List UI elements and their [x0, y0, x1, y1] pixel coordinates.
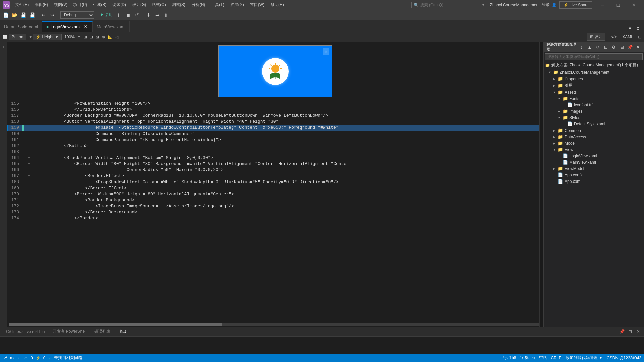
run-button[interactable]: ▶ 启动 — [98, 11, 114, 19]
xaml-view-button[interactable]: XAML — [620, 34, 636, 40]
editor-property-selector[interactable]: ⚡ Height ▼ — [33, 34, 62, 40]
tree-item-Assets[interactable]: ▼ 📁 Assets — [544, 89, 644, 95]
menu-view[interactable]: 视图(V) — [51, 1, 70, 9]
menu-window[interactable]: 窗口(W) — [247, 1, 267, 9]
collapse-all-button[interactable]: ▲ — [586, 44, 593, 50]
solution-search-input[interactable] — [545, 53, 643, 60]
refresh-button[interactable]: ↺ — [594, 44, 601, 50]
pin-button[interactable]: 📌 — [627, 44, 633, 50]
code-line-161[interactable]: 161 CommandParameter="{Binding ElementNa… — [7, 137, 543, 143]
code-line-155[interactable]: 155 <RowDefinition Height="100"/> — [7, 101, 543, 107]
column-view-icon[interactable]: ⊟ — [90, 35, 93, 39]
code-line-157[interactable]: 157 <Border Background="■#007DFA" Corner… — [7, 113, 543, 119]
tree-item-DefaultStyle-xaml[interactable]: 📄 DefaultStyle.xaml — [544, 121, 644, 127]
properties-button[interactable]: ⚙ — [610, 44, 617, 50]
tree-item-LoginView-xaml[interactable]: 📄 LoginView.xaml — [544, 153, 644, 159]
tree-item-DataAccess[interactable]: ▶ 📁 DataAccess — [544, 134, 644, 140]
editor-element-selector[interactable]: Button — [9, 34, 26, 40]
horizontal-scrollbar[interactable] — [7, 323, 543, 327]
menu-debug[interactable]: 调试(D) — [110, 1, 129, 9]
error-list-tab[interactable]: 错误列表 — [91, 328, 114, 335]
code-line-172[interactable]: 172 <ImageBrush ImageSource="../Assets/I… — [7, 203, 543, 209]
line-fold-164[interactable]: − — [26, 155, 31, 161]
tab-mainview[interactable]: MainView.xaml — [93, 21, 130, 32]
live-share-button[interactable]: ⚡ Live Share — [559, 1, 592, 9]
output-float-button[interactable]: ⊡ — [627, 328, 633, 335]
search-input[interactable] — [420, 3, 480, 7]
maximize-button[interactable]: □ — [610, 0, 626, 10]
stop-button[interactable]: ⏹ — [124, 11, 132, 19]
tab-close-loginview[interactable]: ✕ — [83, 24, 88, 30]
tab-loginview[interactable]: ■ LoginView.xaml ✕ — [42, 21, 93, 32]
sync-button[interactable]: ↕ — [578, 44, 585, 50]
save-button[interactable]: 💾 — [19, 11, 27, 19]
tree-item-Images[interactable]: ▶ 📁 Images — [544, 108, 644, 114]
tree-item-Fonts[interactable]: ▼ 📁 Fonts — [544, 95, 644, 102]
powershell-tab[interactable]: 开发者 PowerShell — [49, 328, 90, 335]
design-view-button[interactable]: ⊞ 设计 — [587, 33, 605, 41]
tree-item-Properties[interactable]: ▶ 📁 Properties — [544, 75, 644, 82]
layout-expand-icon[interactable]: ◁ — [115, 35, 118, 39]
tree-item-iconfont-ttf[interactable]: 📄 iconfont.ttf — [544, 102, 644, 108]
menu-file[interactable]: 文件(F) — [13, 1, 31, 9]
tree-item-View[interactable]: ▼ 📁 View — [544, 146, 644, 153]
line-fold-170[interactable]: − — [26, 191, 31, 197]
minimize-button[interactable]: ─ — [595, 0, 610, 10]
close-button[interactable]: ✕ — [626, 0, 641, 10]
code-line-167[interactable]: 167− <Border.Effect> — [7, 173, 543, 179]
grid-view-icon[interactable]: ⊞ — [84, 35, 87, 39]
line-fold-165[interactable]: − — [26, 161, 31, 167]
code-line-159[interactable]: 159 Template="{StaticResource WindowCont… — [7, 125, 543, 131]
tree-item-App-xaml[interactable]: 📄 App.xaml — [544, 178, 644, 185]
menu-tools[interactable]: 工具(T) — [208, 1, 227, 9]
snap-icon[interactable]: ⊕ — [102, 35, 105, 39]
line-fold-167[interactable]: − — [26, 173, 31, 179]
step-over-button[interactable]: ➡ — [154, 11, 161, 19]
menu-analyze[interactable]: 分析(N) — [189, 1, 208, 9]
code-line-173[interactable]: 173 </Border.Background> — [7, 209, 543, 215]
restart-button[interactable]: ↺ — [133, 11, 141, 19]
tree-item-App-config[interactable]: 📄 App.config — [544, 172, 644, 178]
tree-item-Styles[interactable]: ▼ 📁 Styles — [544, 114, 644, 121]
panel-close-button[interactable]: ✕ — [635, 44, 641, 50]
line-fold-158[interactable]: − — [26, 119, 31, 125]
redo-button[interactable]: ↪ — [49, 11, 56, 19]
tree-item-Model[interactable]: ▶ 📁 Model — [544, 140, 644, 146]
code-line-171[interactable]: 171− <Border.Background> — [7, 197, 543, 203]
output-tab[interactable]: 输出 — [115, 328, 130, 335]
code-line-164[interactable]: 164− <StackPanel VerticalAlignment="Bott… — [7, 155, 543, 161]
code-line-174[interactable]: 174 </Border> — [7, 215, 543, 221]
menu-test[interactable]: 测试(S) — [169, 1, 188, 9]
preview-pane-button[interactable]: ⊞ — [619, 44, 625, 50]
output-pin-button[interactable]: 📌 — [619, 328, 625, 335]
add-source-label[interactable]: 添加到源代码管理 ▼ — [566, 355, 603, 361]
code-line-163[interactable]: 163 — [7, 149, 543, 155]
save-all-button[interactable]: 💾 — [28, 11, 36, 19]
expand-editor-icon[interactable]: ⊡ — [638, 35, 641, 39]
h-scroll-thumb[interactable] — [9, 323, 222, 326]
code-container[interactable]: 155 <RowDefinition Height="100"/>156 </G… — [7, 101, 543, 323]
code-line-158[interactable]: 158− <Button VerticalAlignment="Top" Hor… — [7, 119, 543, 125]
code-line-166[interactable]: 166 CornerRadius="50" Margin="0,0,0,20"> — [7, 167, 543, 173]
menu-extensions[interactable]: 扩展(X) — [228, 1, 247, 9]
code-line-170[interactable]: 170− <Border Width="90" Height="80" Hori… — [7, 191, 543, 197]
menu-project[interactable]: 项目(P) — [71, 1, 90, 9]
menu-build[interactable]: 生成(B) — [90, 1, 109, 9]
tab-list-button[interactable]: ▼ — [627, 25, 633, 32]
tree-item-ViewModel[interactable]: ▶ 📁 ViewModel — [544, 165, 644, 172]
new-file-button[interactable]: 📄 — [2, 11, 9, 19]
tab-defaultstyle[interactable]: DefaultStyle.xaml — [0, 21, 42, 32]
line-fold-171[interactable]: − — [26, 197, 31, 203]
tree-item-Common[interactable]: ▶ 📁 Common — [544, 127, 644, 134]
open-file-button[interactable]: 📂 — [11, 11, 18, 19]
tree-item-Zhaoxi-CourseManagement[interactable]: ▼ 📁 Zhaoxi.CourseManagement — [544, 69, 644, 75]
code-line-162[interactable]: 162 </Button> — [7, 143, 543, 149]
code-line-160[interactable]: 160 Command="{Binding CloseWindowCommand… — [7, 131, 543, 137]
tree-item-MainView-xaml[interactable]: 📄 MainView.xaml — [544, 159, 644, 165]
code-line-156[interactable]: 156 </Grid.RowDefinitions> — [7, 107, 543, 113]
config-selector[interactable]: Debug Release — [60, 11, 94, 19]
ruler-icon[interactable]: 📐 — [108, 35, 113, 39]
code-line-169[interactable]: 169 </Border.Effect> — [7, 185, 543, 191]
row-view-icon[interactable]: ⊠ — [96, 35, 99, 39]
filter-button[interactable]: ⊡ — [602, 44, 609, 50]
